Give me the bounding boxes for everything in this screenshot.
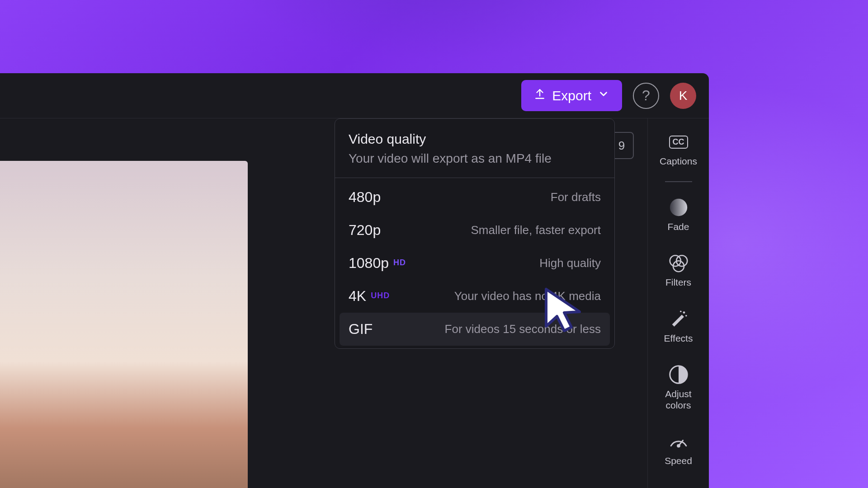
sidebar-divider [665,181,692,182]
avatar-initial: K [679,89,688,103]
uhd-badge: UHD [371,291,390,300]
effects-icon [668,310,689,328]
quality-desc: High quality [539,256,601,270]
topbar: Export ? K [0,73,709,118]
sidebar-item-effects[interactable]: Effects [648,308,709,346]
sidebar-item-fade[interactable]: Fade [648,197,709,234]
export-label: Export [552,88,591,103]
right-sidebar: CC Captions Fade Filters Effects [647,118,709,488]
quality-label: 4K [349,288,366,305]
quality-option-4k[interactable]: 4K UHD Your video has no 4K media [335,280,614,313]
quality-desc: Your video has no 4K media [454,289,601,303]
app-window: Export ? K 9 Video quality Your video wi… [0,73,709,488]
sidebar-item-label: Speed [665,455,692,466]
help-icon: ? [642,87,650,104]
sidebar-item-label: Adjust colors [665,388,691,411]
sidebar-item-label: Filters [665,277,691,288]
quality-label: 1080p [349,255,389,272]
sidebar-item-label: Effects [664,333,693,344]
svg-point-5 [685,315,687,317]
quality-desc: Smaller file, faster export [471,223,601,237]
speed-icon [668,432,689,450]
export-button[interactable]: Export [521,80,622,111]
svg-point-9 [677,445,679,447]
dropdown-title: Video quality [349,131,601,147]
sidebar-item-speed[interactable]: Speed [648,431,709,468]
sidebar-item-captions[interactable]: CC Captions [648,131,709,169]
quality-option-480p[interactable]: 480p For drafts [335,181,614,214]
video-preview [0,161,248,488]
avatar[interactable]: K [670,83,696,109]
dropdown-list: 480p For drafts 720p Smaller file, faste… [335,178,614,348]
captions-icon: CC [668,133,689,151]
chevron-down-icon [598,87,609,104]
svg-point-4 [683,311,685,314]
sidebar-item-label: Fade [668,221,689,232]
quality-option-gif[interactable]: GIF For videos 15 seconds or less [340,313,610,346]
quality-label: GIF [349,321,373,338]
sidebar-item-filters[interactable]: Filters [648,252,709,290]
filters-icon [668,254,689,272]
help-button[interactable]: ? [633,83,659,109]
svg-point-6 [680,310,682,312]
quality-label: 720p [349,222,381,239]
sidebar-item-label: Captions [660,155,697,167]
fade-icon [668,198,689,216]
adjust-colors-icon [668,366,689,384]
dropdown-subtitle: Your video will export as an MP4 file [349,151,601,166]
upload-icon [534,87,546,104]
sidebar-item-adjust-colors[interactable]: Adjust colors [648,364,709,413]
quality-desc: For videos 15 seconds or less [445,322,601,336]
quality-option-1080p[interactable]: 1080p HD High quality [335,247,614,280]
dropdown-header: Video quality Your video will export as … [335,119,614,178]
svg-point-0 [670,199,687,216]
quality-desc: For drafts [551,190,601,204]
export-quality-dropdown: Video quality Your video will export as … [335,118,615,349]
quality-label: 480p [349,189,381,206]
quality-option-720p[interactable]: 720p Smaller file, faster export [335,214,614,247]
hd-badge: HD [393,258,406,267]
